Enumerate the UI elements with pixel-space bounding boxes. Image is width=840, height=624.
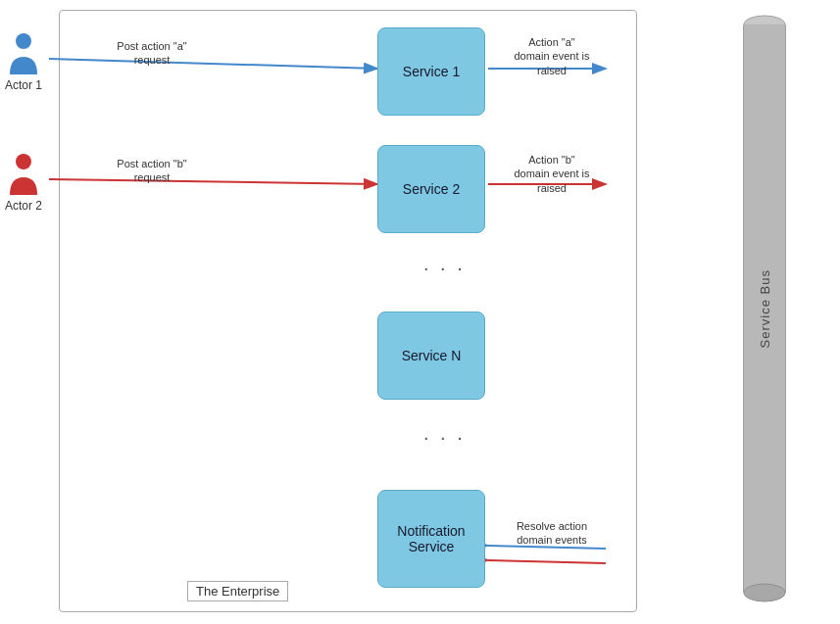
- actor2-label: Actor 2: [5, 199, 42, 213]
- notification-label: Notification Service: [397, 523, 465, 554]
- dots-1: · · ·: [423, 257, 466, 279]
- msg-resolve: Resolve actiondomain events: [498, 519, 606, 548]
- actor1-label: Actor 1: [5, 78, 42, 92]
- svg-point-0: [16, 33, 31, 49]
- serviceN-label: Service N: [402, 348, 462, 363]
- service-bus-label: Service Bus: [758, 269, 772, 348]
- service2-box: Service 2: [377, 145, 485, 233]
- msg-event-a: Action "a"domain event israised: [498, 35, 606, 77]
- actor1: Actor 1: [2, 31, 45, 92]
- svg-point-1: [16, 154, 31, 169]
- service1-label: Service 1: [403, 64, 460, 79]
- msg-event-b: Action "b"domain event israised: [498, 153, 606, 195]
- msg-action-b: Post action "b"request: [103, 157, 201, 185]
- actor2: Actor 2: [2, 152, 45, 213]
- actor2-icon: [2, 152, 45, 195]
- serviceN-box: Service N: [377, 312, 485, 400]
- dots-2: · · ·: [423, 426, 466, 449]
- service1-box: Service 1: [377, 27, 485, 116]
- notification-box: Notification Service: [377, 490, 485, 588]
- service2-label: Service 2: [403, 181, 460, 197]
- diagram-container: The Enterprise Actor 1 Actor 2: [0, 0, 840, 624]
- actor1-icon: [2, 31, 45, 74]
- msg-action-a: Post action "a"request: [103, 39, 201, 68]
- service-bus-cylinder: Service Bus: [743, 15, 786, 602]
- enterprise-label: The Enterprise: [187, 581, 288, 601]
- svg-point-7: [744, 584, 785, 601]
